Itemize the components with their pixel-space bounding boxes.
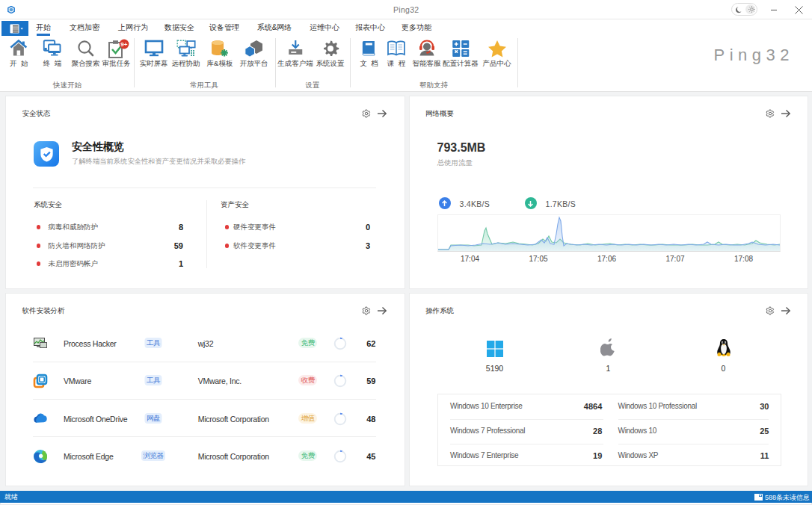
svg-text:9+: 9+ xyxy=(120,40,127,47)
